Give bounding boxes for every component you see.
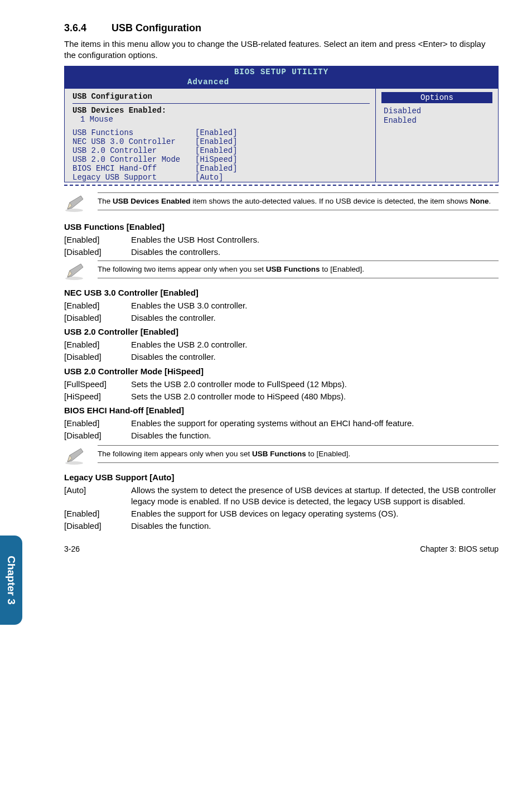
- kv-val: Sets the USB 2.0 controller mode to HiSp…: [131, 391, 499, 402]
- bios-row-val: [Enabled]: [195, 128, 370, 137]
- kv-key: [Auto]: [64, 485, 131, 508]
- kv-row: [Enabled]Enables the USB Host Controller…: [64, 234, 499, 245]
- footer-page-num: 3-26: [64, 544, 80, 553]
- bios-row: Legacy USB Support[Auto]: [72, 173, 370, 182]
- bios-row-label: NEC USB 3.0 Controller: [72, 137, 195, 146]
- bios-right-pane: Options Disabled Enabled: [375, 89, 498, 182]
- note-text: The USB Devices Enabled item shows the a…: [98, 192, 499, 210]
- kv-key: [Disabled]: [64, 430, 131, 441]
- note-block: The following item appears only when you…: [64, 445, 499, 467]
- bios-row: BIOS EHCI Hand-Off[Enabled]: [72, 164, 370, 173]
- kv-val: Disables the function.: [131, 430, 499, 441]
- bios-row-label: USB 2.0 Controller: [72, 146, 195, 155]
- kv-row: [Disabled]Disables the controller.: [64, 351, 499, 363]
- bios-row-val: [Enabled]: [195, 164, 370, 173]
- bios-row-label: USB 2.0 Controller Mode: [72, 155, 195, 164]
- sub-heading-ehci: BIOS EHCI Hand-off [Enabled]: [64, 406, 499, 415]
- kv-key: [Disabled]: [64, 351, 131, 363]
- bios-row-val: [Enabled]: [195, 146, 370, 155]
- kv-val: Enables the USB 3.0 controller.: [131, 300, 499, 311]
- sub-heading-nec: NEC USB 3.0 Controller [Enabled]: [64, 288, 499, 297]
- kv-key: [Disabled]: [64, 520, 131, 532]
- kv-row: [Disabled]Disables the controller.: [64, 312, 499, 324]
- kv-key: [Enabled]: [64, 339, 131, 350]
- bios-row-label: USB Functions: [72, 128, 195, 137]
- kv-row: [Disabled]Disables the function.: [64, 430, 499, 441]
- bios-row: USB 2.0 Controller[Enabled]: [72, 146, 370, 155]
- note-text: The following two items appear only when…: [98, 261, 499, 278]
- kv-row: [Enabled]Enables the support for USB dev…: [64, 508, 499, 519]
- kv-val: Enables the support for USB devices on l…: [131, 508, 499, 519]
- chapter-tab: Chapter 3: [0, 536, 22, 553]
- page-footer: 3-26 Chapter 3: BIOS setup: [64, 544, 499, 553]
- bios-row: USB 2.0 Controller Mode[HiSpeed]: [72, 155, 370, 164]
- sub-heading-usb20: USB 2.0 Controller [Enabled]: [64, 327, 499, 336]
- section-name: USB Configuration: [112, 22, 201, 33]
- kv-val: Enables the USB Host Controllers.: [131, 234, 499, 245]
- bios-row: NEC USB 3.0 Controller[Enabled]: [72, 137, 370, 146]
- bios-row-label: Legacy USB Support: [72, 173, 195, 182]
- bios-row: USB Functions[Enabled]: [72, 128, 370, 137]
- kv-key: [Enabled]: [64, 300, 131, 311]
- kv-key: [Enabled]: [64, 234, 131, 245]
- note-block: The USB Devices Enabled item shows the a…: [64, 192, 499, 214]
- section-num: 3.6.4: [64, 22, 112, 34]
- bios-options-header: Options: [381, 92, 492, 103]
- bios-option: Disabled: [381, 107, 492, 116]
- footer-chapter: Chapter 3: BIOS setup: [420, 544, 499, 553]
- sub-heading-legacy: Legacy USB Support [Auto]: [64, 472, 499, 482]
- kv-row: [Enabled]Enables the support for operati…: [64, 418, 499, 429]
- note-block: The following two items appear only when…: [64, 261, 499, 282]
- bios-row-val: [Auto]: [195, 173, 370, 182]
- kv-val: Enables the USB 2.0 controller.: [131, 339, 499, 350]
- sub-heading-usb20mode: USB 2.0 Controller Mode [HiSpeed]: [64, 366, 499, 376]
- kv-row: [Enabled]Enables the USB 2.0 controller.: [64, 339, 499, 350]
- section-title: 3.6.4USB Configuration: [64, 22, 499, 34]
- pencil-icon: [64, 262, 86, 281]
- bios-left-pane: USB Configuration USB Devices Enabled: 1…: [65, 89, 375, 182]
- kv-row: [Enabled]Enables the USB 3.0 controller.: [64, 300, 499, 311]
- kv-val: Disables the controller.: [131, 351, 499, 363]
- bios-left-header: USB Configuration: [72, 92, 370, 104]
- kv-key: [Enabled]: [64, 508, 131, 519]
- kv-val: Disables the controller.: [131, 312, 499, 324]
- kv-key: [Disabled]: [64, 312, 131, 324]
- bios-box: BIOS SETUP UTILITY Advanced USB Configur…: [64, 66, 499, 182]
- bios-tab: Advanced: [65, 78, 498, 89]
- sub-heading-usb-functions: USB Functions [Enabled]: [64, 222, 499, 231]
- kv-row: [FullSpeed]Sets the USB 2.0 controller m…: [64, 379, 499, 390]
- note-text: The following item appears only when you…: [98, 445, 499, 463]
- kv-key: [HiSpeed]: [64, 391, 131, 402]
- kv-val: Disables the function.: [131, 520, 499, 532]
- kv-val: Sets the USB 2.0 controller mode to Full…: [131, 379, 499, 390]
- bios-titlebar: BIOS SETUP UTILITY Advanced: [65, 66, 498, 89]
- bios-bottom-rule: [64, 185, 499, 186]
- kv-row: [Auto]Allows the system to detect the pr…: [64, 485, 499, 508]
- kv-val: Allows the system to detect the presence…: [131, 485, 499, 508]
- bios-row-label: BIOS EHCI Hand-Off: [72, 164, 195, 173]
- kv-row: [Disabled]Disables the controllers.: [64, 247, 499, 258]
- bios-devices-header: USB Devices Enabled:: [72, 106, 370, 115]
- kv-row: [HiSpeed]Sets the USB 2.0 controller mod…: [64, 391, 499, 402]
- kv-key: [FullSpeed]: [64, 379, 131, 390]
- bios-option: Enabled: [381, 116, 492, 126]
- bios-title: BIOS SETUP UTILITY: [65, 66, 498, 78]
- kv-key: [Disabled]: [64, 247, 131, 258]
- pencil-icon: [64, 446, 86, 465]
- kv-val: Enables the support for operating system…: [131, 418, 499, 429]
- intro-text: The items in this menu allow you to chan…: [64, 38, 499, 60]
- bios-row-val: [Enabled]: [195, 137, 370, 146]
- kv-key: [Enabled]: [64, 418, 131, 429]
- kv-row: [Disabled]Disables the function.: [64, 520, 499, 532]
- pencil-icon: [64, 194, 86, 213]
- kv-val: Disables the controllers.: [131, 247, 499, 258]
- bios-row-val: [HiSpeed]: [195, 155, 370, 164]
- bios-devices-line: 1 Mouse: [72, 115, 370, 124]
